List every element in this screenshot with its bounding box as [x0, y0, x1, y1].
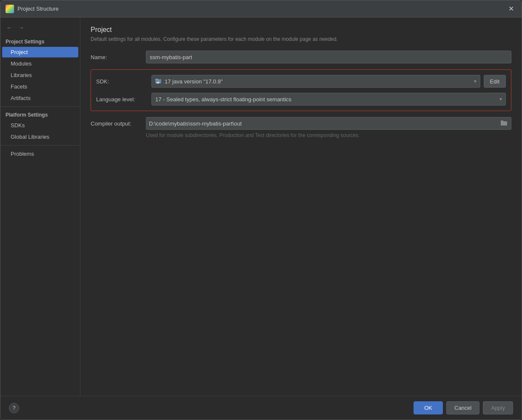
ok-button[interactable]: OK [414, 401, 443, 414]
language-level-dropdown[interactable]: 17 - Sealed types, always-strict floatin… [151, 93, 506, 106]
cancel-button[interactable]: Cancel [446, 401, 479, 414]
compiler-output-row: Compiler output: [91, 117, 511, 130]
nav-controls: ← → [0, 22, 80, 36]
svg-rect-4 [501, 120, 503, 122]
sidebar-item-artifacts[interactable]: Artifacts [2, 93, 78, 103]
title-bar: Project Structure ✕ [0, 0, 522, 17]
language-level-label: Language level: [96, 96, 151, 103]
sidebar: ← → Project Settings Project Modules Lib… [0, 17, 80, 396]
sdk-row: SDK: ☕ 17 java version "17.0.9" ▾ [96, 75, 506, 88]
compiler-output-hint: Used for module subdirectories, Producti… [146, 132, 511, 138]
page-title: Project [91, 26, 511, 34]
sidebar-divider [0, 106, 80, 107]
sidebar-item-sdks[interactable]: SDKs [2, 120, 78, 131]
close-button[interactable]: ✕ [506, 4, 516, 14]
project-settings-label: Project Settings [0, 36, 80, 46]
svg-rect-3 [501, 121, 507, 126]
compiler-output-label: Compiler output: [91, 120, 146, 127]
help-button[interactable]: ? [9, 403, 19, 413]
sdk-dropdown-arrow-icon: ▾ [474, 78, 476, 84]
compiler-output-folder-button[interactable] [500, 119, 508, 128]
footer-left: ? [9, 403, 19, 413]
sidebar-item-libraries[interactable]: Libraries [2, 70, 78, 80]
sdk-value: 17 java version "17.0.9" [165, 78, 471, 85]
language-level-value: 17 - Sealed types, always-strict floatin… [155, 96, 499, 103]
sidebar-item-problems[interactable]: Problems [2, 149, 78, 159]
sdk-dropdown[interactable]: ☕ 17 java version "17.0.9" ▾ [151, 75, 480, 88]
nav-back-button[interactable]: ← [5, 23, 14, 32]
sidebar-item-modules[interactable]: Modules [2, 58, 78, 69]
dialog-title: Project Structure [17, 6, 506, 12]
name-row: Name: [91, 51, 511, 63]
compiler-output-wrap [146, 117, 511, 130]
sdk-label: SDK: [96, 78, 151, 85]
svg-text:☕: ☕ [156, 80, 160, 84]
app-logo [6, 5, 14, 13]
name-input[interactable] [146, 51, 511, 63]
footer-right: OK Cancel Apply [414, 401, 513, 414]
page-subtitle: Default settings for all modules. Config… [91, 36, 511, 42]
nav-forward-button[interactable]: → [17, 23, 26, 32]
sidebar-divider-2 [0, 145, 80, 146]
sdk-edit-button[interactable]: Edit [484, 75, 506, 88]
language-level-row: Language level: 17 - Sealed types, alway… [96, 93, 506, 106]
compiler-output-input[interactable] [149, 120, 500, 127]
name-label: Name: [91, 54, 146, 60]
apply-button[interactable]: Apply [483, 401, 513, 414]
footer: ? OK Cancel Apply [0, 396, 522, 420]
dialog-content: ← → Project Settings Project Modules Lib… [0, 17, 522, 396]
project-structure-dialog: Project Structure ✕ ← → Project Settings… [0, 0, 522, 420]
sidebar-item-facets[interactable]: Facets [2, 81, 78, 92]
main-panel: Project Default settings for all modules… [80, 17, 522, 396]
sdk-language-box: SDK: ☕ 17 java version "17.0.9" ▾ [91, 69, 511, 111]
language-level-dropdown-arrow-icon: ▾ [499, 96, 502, 102]
sidebar-item-project[interactable]: Project [2, 47, 78, 57]
svg-rect-1 [155, 79, 158, 80]
sdk-icon: ☕ [155, 78, 162, 85]
platform-settings-label: Platform Settings [0, 109, 80, 120]
sidebar-item-global-libraries[interactable]: Global Libraries [2, 131, 78, 142]
